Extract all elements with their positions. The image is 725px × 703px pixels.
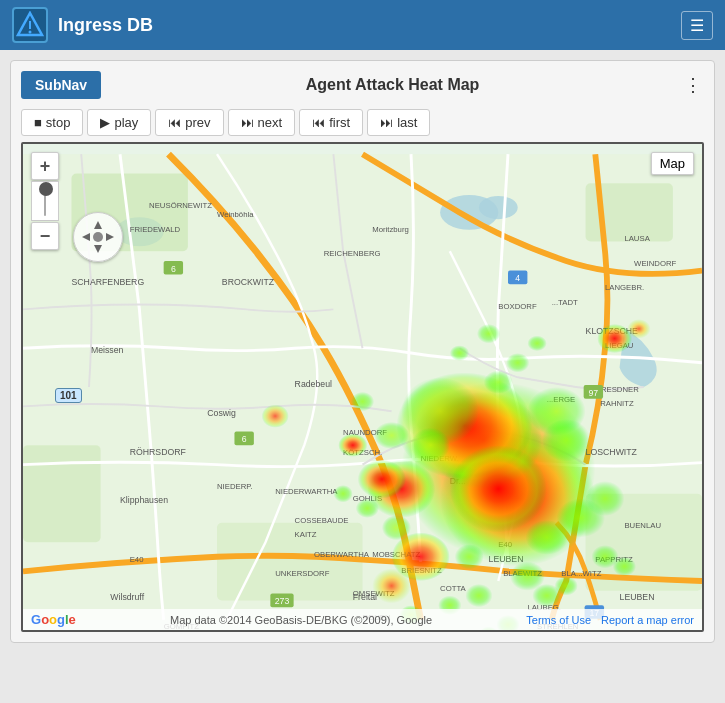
page-title: Agent Attack Heat Map — [101, 76, 684, 94]
svg-text:6: 6 — [171, 264, 176, 274]
svg-text:E40: E40 — [498, 540, 512, 549]
pan-arrows-icon — [78, 217, 118, 257]
pan-ring[interactable] — [73, 212, 123, 262]
terms-link[interactable]: Terms of Use — [526, 614, 591, 626]
svg-text:...ERGE: ...ERGE — [547, 395, 575, 404]
svg-marker-144 — [94, 221, 102, 229]
svg-text:WEINDORF: WEINDORF — [634, 259, 676, 268]
svg-text:PAPPRITZ: PAPPRITZ — [595, 555, 633, 564]
svg-rect-10 — [23, 445, 101, 542]
svg-text:LAUSA: LAUSA — [624, 235, 650, 244]
zoom-out-button[interactable]: − — [31, 222, 59, 250]
subnav-button[interactable]: SubNav — [21, 71, 101, 99]
subnav-row: SubNav Agent Attack Heat Map ⋮ — [21, 71, 704, 99]
report-link[interactable]: Report a map error — [601, 614, 694, 626]
svg-text:LANGEBR.: LANGEBR. — [605, 283, 644, 292]
svg-text:BROCKWITZ: BROCKWITZ — [222, 277, 275, 287]
svg-text:BOXDORF: BOXDORF — [498, 302, 537, 311]
svg-text:KAITZ: KAITZ — [295, 530, 317, 539]
last-button[interactable]: ⏭ last — [367, 109, 430, 136]
svg-text:RAHNITZ: RAHNITZ — [600, 399, 634, 408]
svg-text:NIEDERP.: NIEDERP. — [217, 482, 253, 491]
app-logo — [12, 7, 48, 43]
map-type-button[interactable]: Map — [651, 152, 694, 175]
pan-control[interactable] — [73, 212, 123, 262]
first-button[interactable]: ⏮ first — [299, 109, 363, 136]
svg-text:LEUBEN: LEUBEN — [620, 592, 655, 602]
svg-text:NEUSÖRNEWITZ: NEUSÖRNEWITZ — [149, 201, 212, 210]
svg-marker-145 — [94, 245, 102, 253]
next-button[interactable]: ⏭ next — [228, 109, 296, 136]
svg-text:Wilsdruff: Wilsdruff — [110, 592, 144, 602]
svg-text:FRIEDEWALD: FRIEDEWALD — [130, 225, 181, 234]
svg-marker-146 — [82, 233, 90, 241]
brand: Ingress DB — [12, 7, 153, 43]
svg-text:4: 4 — [515, 273, 520, 283]
svg-text:Klipphausen: Klipphausen — [120, 495, 168, 505]
map-background: Meissen Coswig Radebeul KLOTZSCHE LOSCHW… — [23, 144, 702, 630]
svg-text:97: 97 — [589, 388, 599, 398]
svg-text:Weinböhla: Weinböhla — [217, 210, 254, 219]
play-icon: ▶ — [100, 115, 110, 130]
route-101-badge: 101 — [55, 388, 82, 403]
play-button[interactable]: ▶ play — [87, 109, 151, 136]
svg-text:COSSEBAUDE: COSSEBAUDE — [295, 516, 349, 525]
app-title: Ingress DB — [58, 15, 153, 36]
svg-text:RÖHRSDORF: RÖHRSDORF — [130, 447, 186, 457]
svg-text:OMSEWITZ: OMSEWITZ — [353, 589, 395, 598]
svg-point-148 — [93, 232, 103, 242]
svg-text:Moritzburg: Moritzburg — [372, 225, 409, 234]
hamburger-icon: ☰ — [690, 17, 704, 34]
svg-text:273: 273 — [275, 596, 290, 606]
svg-text:NAUNDORF: NAUNDORF — [343, 429, 387, 438]
main-container: SubNav Agent Attack Heat Map ⋮ ■ stop ▶ … — [10, 60, 715, 643]
svg-text:Dr...: Dr... — [450, 476, 466, 486]
stop-button[interactable]: ■ stop — [21, 109, 83, 136]
svg-text:6: 6 — [242, 434, 247, 444]
stop-icon: ■ — [34, 115, 42, 130]
svg-text:LOSCHWITZ: LOSCHWITZ — [586, 447, 638, 457]
zoom-in-button[interactable]: + — [31, 152, 59, 180]
more-options-icon[interactable]: ⋮ — [684, 74, 704, 96]
svg-text:NIEDERW.: NIEDERW. — [421, 454, 459, 463]
last-icon: ⏭ — [380, 115, 393, 130]
navbar-toggle-button[interactable]: ☰ — [681, 11, 713, 40]
svg-text:BLAEWITZ: BLAEWITZ — [503, 569, 542, 578]
svg-text:LIEGAU: LIEGAU — [605, 341, 633, 350]
svg-rect-9 — [217, 523, 363, 601]
svg-text:NIEDERWARTHA: NIEDERWARTHA — [275, 487, 338, 496]
prev-button[interactable]: ⏮ prev — [155, 109, 223, 136]
zoom-controls: + − — [31, 152, 59, 250]
svg-text:...TADT: ...TADT — [552, 298, 578, 307]
svg-point-2 — [29, 31, 32, 34]
logo-icon — [16, 11, 44, 39]
map-svg: Meissen Coswig Radebeul KLOTZSCHE LOSCHW… — [23, 144, 702, 630]
controls-row: ■ stop ▶ play ⏮ prev ⏭ next ⏮ first ⏭ la… — [21, 109, 704, 136]
attribution-text: Map data ©2014 GeoBasis-DE/BKG (©2009), … — [170, 614, 432, 626]
svg-text:BRIESNITZ: BRIESNITZ — [401, 566, 442, 575]
svg-text:REICHENBERG: REICHENBERG — [324, 249, 381, 258]
next-icon: ⏭ — [241, 115, 254, 130]
map-container[interactable]: Meissen Coswig Radebeul KLOTZSCHE LOSCHW… — [21, 142, 704, 632]
map-attribution: Google Map data ©2014 GeoBasis-DE/BKG (©… — [23, 609, 702, 630]
attribution-links: Terms of Use Report a map error — [526, 614, 694, 626]
svg-text:Meissen: Meissen — [91, 345, 124, 355]
svg-marker-147 — [106, 233, 114, 241]
svg-text:BUENLAU: BUENLAU — [624, 521, 661, 530]
svg-text:GOHLIS: GOHLIS — [353, 494, 382, 503]
svg-text:BLA...WITZ: BLA...WITZ — [561, 569, 601, 578]
svg-text:OBERWARTHA: OBERWARTHA — [314, 550, 370, 559]
prev-icon: ⏮ — [168, 115, 181, 130]
svg-text:UNKERSDORF: UNKERSDORF — [275, 569, 330, 578]
first-icon: ⏮ — [312, 115, 325, 130]
svg-text:SCHARFENBERG: SCHARFENBERG — [72, 277, 145, 287]
svg-text:MOBSCHATZ: MOBSCHATZ — [372, 550, 420, 559]
svg-text:LEUBEN: LEUBEN — [489, 554, 524, 564]
svg-text:Radebeul: Radebeul — [295, 379, 332, 389]
svg-text:Coswig: Coswig — [207, 408, 236, 418]
svg-text:KÖTZSCH.: KÖTZSCH. — [343, 448, 382, 457]
navbar: Ingress DB ☰ — [0, 0, 725, 50]
svg-text:KLOTZSCHE: KLOTZSCHE — [586, 326, 639, 336]
google-logo: Google — [31, 612, 76, 627]
svg-point-5 — [479, 196, 518, 219]
